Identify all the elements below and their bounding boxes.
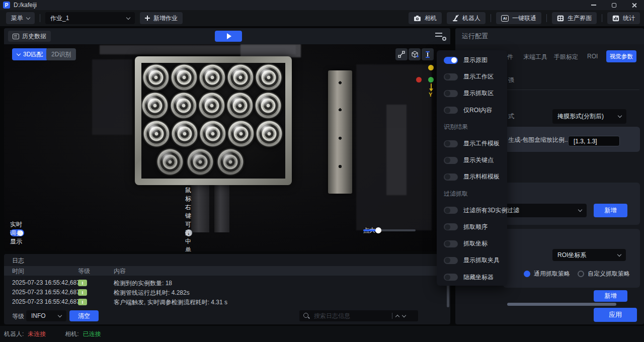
radio-unselected-icon[interactable] xyxy=(578,271,584,277)
minimize-button[interactable] xyxy=(584,0,604,10)
menu-item-grasp-order[interactable]: 抓取顺序 xyxy=(437,219,507,235)
menu-item-show-bin-template[interactable]: 显示料框模板 xyxy=(437,168,507,185)
menu-item-show-workspace[interactable]: 显示工作区 xyxy=(437,68,507,85)
divider xyxy=(491,14,491,22)
menu-item-show-workpiece-template[interactable]: 显示工件模板 xyxy=(437,135,507,152)
slider-knob[interactable] xyxy=(375,227,381,233)
clear-log-button[interactable]: 清空 xyxy=(69,310,99,321)
tab-hand-eye-calibration[interactable]: 手眼标定 xyxy=(554,53,578,61)
coord-system-select[interactable]: ROI坐标系 xyxy=(552,249,626,261)
toggle-off[interactable] xyxy=(444,140,458,147)
job-select[interactable]: 作业_1 xyxy=(45,12,135,24)
toggle-off[interactable] xyxy=(444,257,458,264)
metal-coil xyxy=(186,148,214,176)
cube-view-tool-button[interactable] xyxy=(409,48,421,60)
col-time: 时间 xyxy=(12,267,24,276)
app-logo-icon: P xyxy=(3,2,10,9)
metal-coil xyxy=(226,63,255,92)
filter-select-value: 过滤 xyxy=(507,206,519,215)
menu-item-show-gripper[interactable]: 显示抓取夹具 xyxy=(437,252,507,269)
horizontal-scrollbar[interactable] xyxy=(507,303,616,306)
run-button[interactable] xyxy=(215,31,242,42)
metal-coil xyxy=(254,92,282,120)
metal-coil xyxy=(142,120,171,148)
level-filter-select[interactable]: INFO xyxy=(26,310,66,321)
filter-add-button[interactable]: 新增 xyxy=(594,204,627,217)
node-link-tool-button[interactable] xyxy=(395,48,408,60)
measure-tool-button[interactable] xyxy=(422,48,434,60)
log-table-header: 时间 等级 内容 xyxy=(4,266,450,276)
tab-workpiece-partial[interactable]: 件 xyxy=(507,53,513,61)
add-job-button[interactable]: 新增作业 xyxy=(140,12,183,24)
menu-dropdown[interactable]: 菜单 xyxy=(6,12,35,24)
menu-item-roi-only[interactable]: 仅ROI内容 xyxy=(437,102,507,119)
log-message: 检测管线运行总耗时: 4.282s xyxy=(114,289,190,297)
radio-selected-icon[interactable] xyxy=(524,271,530,277)
tab-2d-label: 2D识别 xyxy=(51,50,71,59)
instance-sort-add-button[interactable]: 新增 xyxy=(594,290,627,302)
toggle-off[interactable] xyxy=(444,207,458,214)
point-size-slider[interactable] xyxy=(363,229,416,231)
menu-item-hide-axes[interactable]: 隐藏坐标器 xyxy=(437,269,507,285)
toggle-off[interactable] xyxy=(444,240,458,247)
apply-button[interactable]: 应用 xyxy=(594,308,637,322)
robot-button[interactable]: 机器人 xyxy=(447,12,486,24)
add-job-label: 新增作业 xyxy=(153,14,178,23)
background-machinery xyxy=(92,59,132,135)
tab-3d-label: 3D匹配 xyxy=(23,50,43,59)
bbox-scale-input[interactable]: [1.3, 1.3] xyxy=(568,136,620,146)
tab-3d-match[interactable]: 3D匹配 xyxy=(12,48,48,60)
log-row[interactable]: 2025-07-23 16:55:42,687 I 检测管线运行总耗时: 4.2… xyxy=(4,288,450,297)
plus-icon xyxy=(145,16,150,21)
job-value: 作业_1 xyxy=(50,14,69,23)
log-row[interactable]: 2025-07-23 16:55:42,687 I 客户端触发, 实时调参检测流… xyxy=(4,297,450,307)
production-ui-button[interactable]: 生产界面 xyxy=(552,12,597,24)
toggle-off[interactable] xyxy=(444,223,458,230)
menu-item-filter-all-3d[interactable]: 过滤所有3D实例 xyxy=(437,202,507,219)
measure-icon xyxy=(424,51,431,58)
mask-format-select[interactable]: 掩膜形式(分割后) xyxy=(552,109,626,124)
display-options-button[interactable] xyxy=(435,32,446,41)
log-row[interactable]: 2025-07-23 16:55:42,687 I 检测到的实例数量: 18 xyxy=(4,278,450,288)
search-prev-button[interactable] xyxy=(395,314,399,318)
menu-item-show-grasp-area[interactable]: 显示抓取区 xyxy=(437,85,507,102)
toggle-off[interactable] xyxy=(444,157,458,164)
general-strategy-option[interactable]: 通用抓取策略 xyxy=(524,270,570,278)
gizmo-z-axis-dot[interactable] xyxy=(428,77,434,82)
statistics-button[interactable]: 统计 xyxy=(607,12,640,24)
tab-end-tool[interactable]: 末端工具 xyxy=(523,53,547,61)
maximize-icon xyxy=(612,3,616,8)
metal-coil xyxy=(255,120,283,148)
custom-strategy-option[interactable]: 自定义抓取策略 xyxy=(578,270,630,278)
metal-coil xyxy=(170,63,198,92)
machinery-rail xyxy=(214,184,229,232)
filter-select[interactable]: 过滤 xyxy=(503,204,587,217)
toggle-on[interactable] xyxy=(444,57,458,64)
log-search-input[interactable] xyxy=(313,312,388,320)
history-data-button[interactable]: 历史数据 xyxy=(8,31,51,42)
toggle-off[interactable] xyxy=(444,90,458,97)
gizmo-x-axis-dot[interactable] xyxy=(416,77,422,82)
menu-item-show-original[interactable]: 显示原图 xyxy=(437,52,507,68)
col-level: 等级 xyxy=(78,267,90,276)
maximize-button[interactable] xyxy=(604,0,624,10)
window-title: D:/kafeiji xyxy=(14,2,37,9)
close-button[interactable] xyxy=(624,0,644,10)
toggle-off[interactable] xyxy=(444,274,458,281)
toggle-off[interactable] xyxy=(444,174,458,181)
camera-viewport[interactable]: 3D匹配 2D识别 Y 实 xyxy=(4,44,450,251)
chevron-down-icon xyxy=(617,252,621,256)
one-key-connect-button[interactable]: AI 一键联通 xyxy=(496,12,541,24)
tab-vision-params[interactable]: 视觉参数 xyxy=(606,50,636,62)
menu-item-show-keypoints[interactable]: 显示关键点 xyxy=(437,152,507,168)
tab-roi[interactable]: ROI xyxy=(587,53,598,60)
search-next-button[interactable] xyxy=(402,313,406,317)
tab-2d-recognition[interactable]: 2D识别 xyxy=(46,48,76,60)
app-window: P D:/kafeiji 菜单 作业_1 新增作业 xyxy=(0,0,644,342)
toggle-off[interactable] xyxy=(444,73,458,80)
camera-button[interactable]: 相机 xyxy=(409,12,442,24)
gizmo-yellow-dot[interactable] xyxy=(428,65,434,70)
menu-item-grasp-coords[interactable]: 抓取坐标 xyxy=(437,235,507,252)
toggle-off[interactable] xyxy=(444,107,458,114)
metal-coil xyxy=(156,148,184,176)
